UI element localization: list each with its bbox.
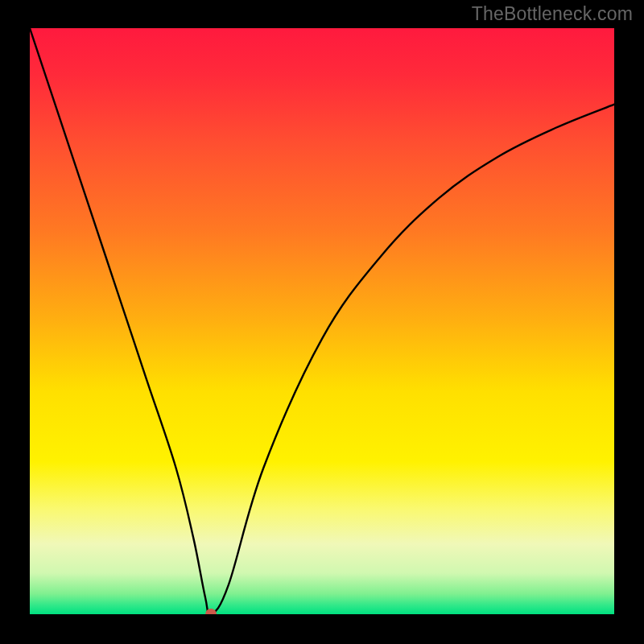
plot-background-gradient	[30, 28, 614, 614]
chart-frame: TheBottleneck.com	[0, 0, 644, 644]
bottleneck-chart	[0, 0, 644, 644]
optimal-point-marker	[205, 609, 217, 620]
